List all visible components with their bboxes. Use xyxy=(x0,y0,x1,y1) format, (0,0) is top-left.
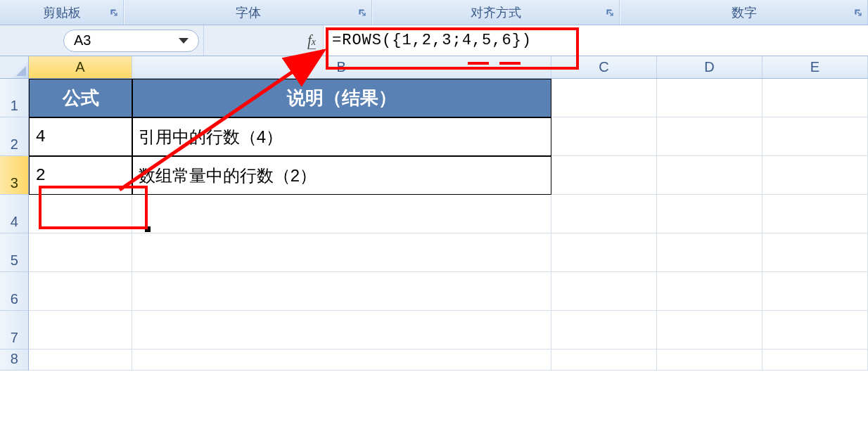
annotation-underline-2 xyxy=(499,62,521,65)
svg-line-1 xyxy=(120,51,324,190)
annotation-underline-1 xyxy=(468,62,489,65)
annotation-arrow xyxy=(0,0,868,443)
